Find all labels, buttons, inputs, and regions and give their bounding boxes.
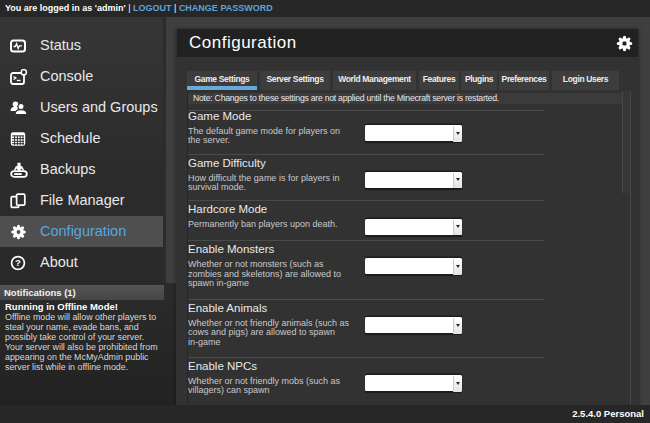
svg-text:?: ? — [15, 257, 21, 268]
